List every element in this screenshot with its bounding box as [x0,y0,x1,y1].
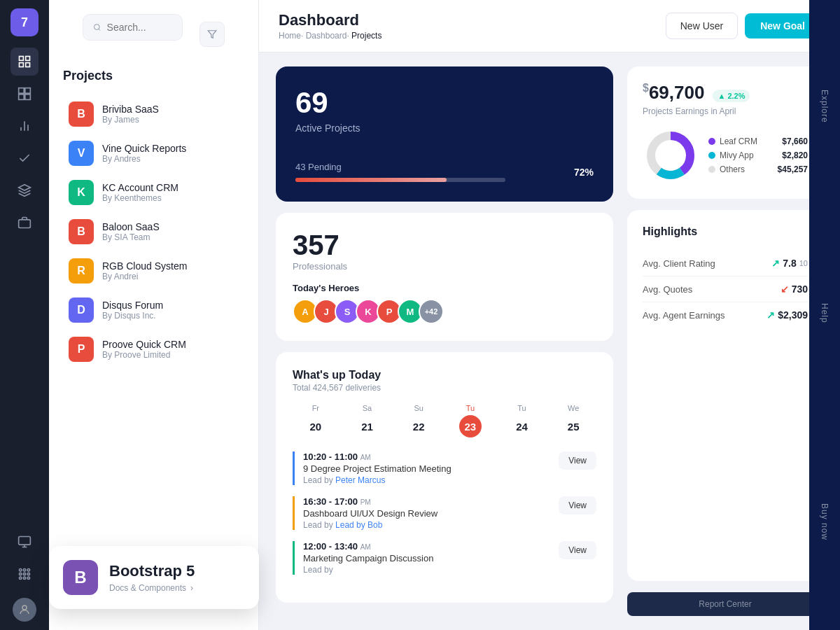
events-list: 10:20 - 11:00 AM 9 Degree Project Estima… [293,451,596,575]
sidebar-icon-apps[interactable] [10,560,38,588]
sidebar-icon-chart[interactable] [10,112,38,140]
legend-amounts: $7,660 $2,820 $45,257 [778,136,808,174]
legend-mivy-app: Mivy App [708,150,757,160]
project-item-1[interactable]: B Briviba SaaS By James [55,94,253,134]
svg-rect-13 [19,537,31,545]
projects-panel: Projects B Briviba SaaS By James V Vine … [49,0,259,630]
page-title: Dashboard [279,11,382,29]
svg-rect-2 [20,63,24,67]
side-label-help[interactable]: Help [814,292,835,335]
sidebar-icon-dashboard[interactable] [10,48,38,76]
legend-dot-others [708,166,715,173]
project-author: By Keenthemes [102,193,178,203]
legend-items: Leaf CRM Mivy App Others [708,136,757,174]
bootstrap-card[interactable]: B Bootstrap 5 Docs & Components › [49,546,259,609]
active-projects-number: 69 [295,86,594,120]
project-item-6[interactable]: D Disqus Forum By Disqus Inc. [55,290,253,330]
active-projects-label: Active Projects [295,122,594,134]
pending-count: 43 Pending [295,162,505,172]
search-input[interactable] [107,22,172,33]
project-item-4[interactable]: B Baloon SaaS By SIA Team [55,212,253,251]
user-number-badge[interactable]: 7 [10,8,38,36]
sidebar-icon-grid[interactable] [10,80,38,108]
right-column: $69,700 ▲ 2.2% Projects Earnings in Apri… [627,66,823,616]
legend-dot-mivy [708,152,715,159]
project-author: By Disqus Inc. [102,311,163,321]
legend-leaf-crm: Leaf CRM [708,136,757,146]
svg-rect-3 [26,63,30,67]
heroes-avatars: AJSKPM+42 [293,299,596,324]
new-user-button[interactable]: New User [666,13,738,39]
project-logo: K [69,180,94,205]
svg-point-25 [22,606,27,610]
svg-point-18 [27,569,29,571]
highlight-row: Avg. Quotes ↙ 730 [643,276,808,302]
search-icon [93,22,102,32]
svg-point-17 [23,569,25,571]
earnings-label: Projects Earnings in April [643,106,808,116]
project-logo: P [69,337,94,362]
icon-sidebar: 7 [0,0,49,630]
svg-rect-5 [25,88,31,94]
event-view-button[interactable]: View [559,496,596,514]
event-view-button[interactable]: View [559,541,596,559]
sidebar-icon-check[interactable] [10,144,38,172]
side-label-explore[interactable]: Explore [814,78,835,134]
event-view-button[interactable]: View [559,451,596,470]
search-bar[interactable] [83,14,183,41]
svg-rect-1 [26,57,30,61]
cal-day-24[interactable]: Tu 24 [499,404,545,438]
legend-dot-leaf [708,138,715,145]
project-list: B Briviba SaaS By James V Vine Quick Rep… [49,94,258,369]
professionals-label: Professionals [293,261,596,272]
progress-bar [295,178,447,182]
project-item-3[interactable]: K KC Account CRM By Keenthemes [55,173,253,212]
svg-point-23 [23,577,25,579]
svg-rect-0 [20,57,24,61]
event-item: 10:20 - 11:00 AM 9 Degree Project Estima… [293,451,596,485]
bottom-avatar[interactable] [13,598,36,622]
cal-day-25[interactable]: We 25 [550,404,596,438]
side-label-buy[interactable]: Buy now [814,492,835,552]
calendar-title: What's up Today [293,369,596,382]
main-header: Dashboard Home· Dashboard· Projects New … [259,0,840,52]
project-name: Proove Quick CRM [102,339,186,350]
svg-point-22 [20,577,22,579]
report-center-button[interactable]: Report Center [627,592,823,616]
event-lead-link[interactable]: Peter Marcus [335,475,385,485]
project-author: By Proove Limited [102,350,186,360]
sidebar-icon-layers[interactable] [10,176,38,204]
heroes-title: Today's Heroes [293,283,596,293]
project-name: Briviba SaaS [102,104,159,115]
cal-day-22[interactable]: Su 22 [396,404,442,438]
svg-point-26 [94,24,99,30]
bootstrap-sublabel: Docs & Components [109,583,186,593]
svg-marker-28 [208,31,216,38]
project-item-5[interactable]: R RGB Cloud System By Andrei [55,251,253,290]
project-item-2[interactable]: V Vine Quick Reports By Andres [55,134,253,173]
cal-day-23[interactable]: Tu 23 [447,404,493,438]
project-author: By Andrei [102,272,187,281]
breadcrumb: Home· Dashboard· Projects [279,31,382,41]
event-lead-link[interactable]: Lead by Bob [335,520,382,530]
highlights-rows: Avg. Client Rating ↗ 7.8 10 Avg. Quotes … [643,251,808,328]
professionals-count: 357 [293,230,596,261]
filter-button[interactable] [200,22,225,47]
cal-day-20[interactable]: Fr 20 [293,404,339,438]
cal-day-21[interactable]: Sa 21 [344,404,391,438]
active-projects-card: 69 Active Projects 43 Pending 72% [276,66,613,202]
heroes-section: Today's Heroes AJSKPM+42 [293,283,596,324]
sidebar-icon-briefcase[interactable] [10,209,38,237]
project-item-7[interactable]: P Proove Quick CRM By Proove Limited [55,330,253,369]
sidebar-icon-panel[interactable] [10,528,38,556]
project-logo: D [69,298,94,323]
main-column: 69 Active Projects 43 Pending 72% 357 [276,66,613,616]
calendar-subtitle: Total 424,567 deliveries [293,383,596,393]
earnings-card: $69,700 ▲ 2.2% Projects Earnings in Apri… [627,66,823,199]
svg-rect-7 [25,94,31,100]
donut-area: Leaf CRM Mivy App Others [643,127,808,183]
project-name: Vine Quick Reports [102,143,186,154]
svg-point-19 [20,573,22,575]
project-logo: R [69,258,94,284]
bootstrap-logo: B [63,560,98,595]
